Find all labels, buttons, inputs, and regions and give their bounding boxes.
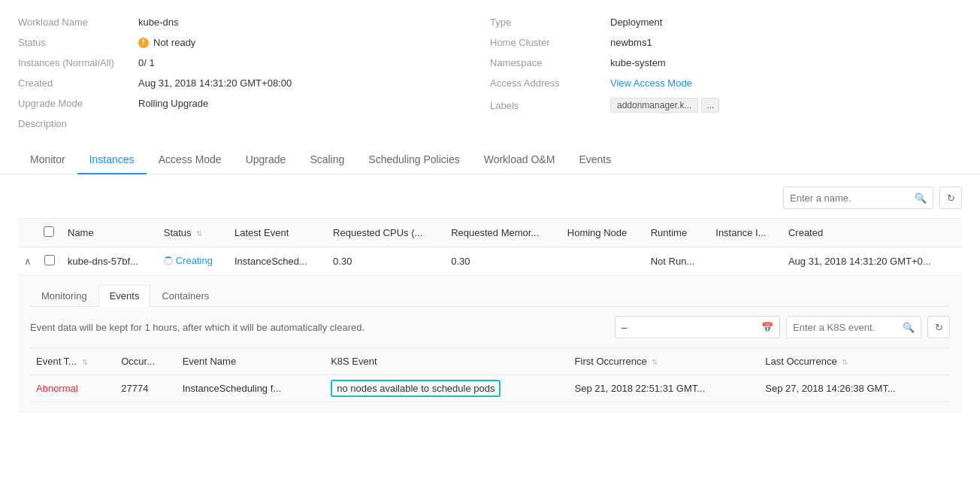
th-status[interactable]: Status ⇅ xyxy=(158,219,228,247)
date-range-picker[interactable]: – 📅 xyxy=(615,316,780,338)
cell-requested-memory: 0.30 xyxy=(445,247,561,276)
created-label: Created xyxy=(18,77,138,89)
eth-last-occurrence[interactable]: Last Occurrence ⇅ xyxy=(759,348,950,375)
content-area: 🔍 ↻ Name Status ⇅ Latest Event Requested… xyxy=(0,174,980,424)
sort-icon-status: ⇅ xyxy=(196,229,202,238)
status-row: Status ! Not ready xyxy=(18,32,490,53)
events-header-row: Event T... ⇅ Occur... Event Name K8S Eve… xyxy=(30,348,950,375)
refresh-button[interactable]: ↻ xyxy=(939,186,962,209)
th-latest-event: Latest Event xyxy=(228,219,327,247)
k8s-event-search-input[interactable] xyxy=(793,322,903,333)
sub-tab-monitoring[interactable]: Monitoring xyxy=(30,285,98,307)
ecell-first-occurrence: Sep 21, 2018 22:51:31 GMT... xyxy=(569,375,760,402)
table-header-row: Name Status ⇅ Latest Event Requested CPU… xyxy=(18,219,962,247)
th-requested-memory: Requested Memor... xyxy=(445,219,561,247)
expanded-row: Monitoring Events Containers Event data … xyxy=(18,276,962,412)
row-checkbox-cell xyxy=(38,247,62,276)
ecell-last-occurrence: Sep 27, 2018 14:26:38 GMT... xyxy=(759,375,950,402)
event-filter-text: Event data will be kept for 1 hours, aft… xyxy=(30,322,364,333)
type-value: Deployment xyxy=(610,17,662,28)
tab-monitor[interactable]: Monitor xyxy=(18,146,77,174)
expand-cell[interactable]: ∧ xyxy=(18,247,38,276)
expand-icon[interactable]: ∧ xyxy=(24,256,32,267)
event-row: Abnormal 27774 InstanceScheduling f... n… xyxy=(30,375,950,402)
th-instance-id: Instance I... xyxy=(709,219,782,247)
select-all-checkbox[interactable] xyxy=(44,226,54,237)
tab-upgrade[interactable]: Upgrade xyxy=(234,146,298,174)
cell-status: Creating xyxy=(158,247,228,276)
row-checkbox[interactable] xyxy=(44,255,55,265)
view-access-mode-link[interactable]: View Access Mode xyxy=(610,77,692,89)
tab-scaling[interactable]: Scaling xyxy=(298,146,356,174)
labels-row: Labels addonmanager.k... ... xyxy=(490,93,962,117)
info-section: Workload Name kube-dns Status ! Not read… xyxy=(0,0,980,140)
eth-event-type[interactable]: Event T... ⇅ xyxy=(30,348,115,375)
tab-scheduling-policies[interactable]: Scheduling Policies xyxy=(356,146,471,174)
k8s-search-wrap[interactable]: 🔍 xyxy=(786,316,921,338)
eth-event-name: Event Name xyxy=(177,348,325,375)
type-label: Type xyxy=(490,17,610,28)
cell-name: kube-dns-57bf... xyxy=(62,247,158,276)
calendar-icon: 📅 xyxy=(761,322,773,333)
events-table: Event T... ⇅ Occur... Event Name K8S Eve… xyxy=(30,347,950,402)
search-icon[interactable]: 🔍 xyxy=(915,192,927,204)
ecell-occurrences: 27774 xyxy=(115,375,176,402)
k8s-search-icon[interactable]: 🔍 xyxy=(903,322,915,333)
sort-icon-first-occurrence: ⇅ xyxy=(652,358,658,366)
th-requested-cpus: Requested CPUs (... xyxy=(327,219,445,247)
cell-created: Aug 31, 2018 14:31:20 GMT+0... xyxy=(782,247,962,276)
access-address-row: Access Address View Access Mode xyxy=(490,73,962,93)
tab-instances[interactable]: Instances xyxy=(77,146,147,174)
label-more-button[interactable]: ... xyxy=(701,98,719,113)
events-refresh-button[interactable]: ↻ xyxy=(927,316,950,338)
search-input[interactable] xyxy=(790,192,915,204)
labels-label: Labels xyxy=(490,100,610,111)
workload-name-value: kube-dns xyxy=(138,17,178,28)
eth-first-occurrence[interactable]: First Occurrence ⇅ xyxy=(569,348,760,375)
cell-requested-cpus: 0.30 xyxy=(327,247,445,276)
upgrade-label: Upgrade Mode xyxy=(18,98,138,109)
instances-label: Instances (Normal/All) xyxy=(18,57,138,68)
namespace-row: Namespace kube-system xyxy=(490,53,962,73)
home-cluster-value: newbms1 xyxy=(610,37,652,48)
namespace-label: Namespace xyxy=(490,57,610,68)
tabs-bar: Monitor Instances Access Mode Upgrade Sc… xyxy=(0,146,980,174)
event-filter-row: Event data will be kept for 1 hours, aft… xyxy=(30,316,950,338)
event-filter-right: – 📅 🔍 ↻ xyxy=(615,316,950,338)
cell-runtime: Not Run... xyxy=(645,247,710,276)
label-tag: addonmanager.k... xyxy=(610,98,698,113)
created-row: Created Aug 31, 2018 14:31:20 GMT+08:00 xyxy=(18,73,490,93)
namespace-value: kube-system xyxy=(610,57,666,68)
th-runtime: Runtime xyxy=(645,219,710,247)
home-cluster-label: Home Cluster xyxy=(490,37,610,48)
tab-workload-om[interactable]: Workload O&M xyxy=(472,146,567,174)
created-value: Aug 31, 2018 14:31:20 GMT+08:00 xyxy=(138,77,292,89)
event-type-abnormal: Abnormal xyxy=(36,383,78,394)
sub-tab-containers[interactable]: Containers xyxy=(150,285,220,307)
status-value: Not ready xyxy=(153,37,195,48)
tab-events[interactable]: Events xyxy=(567,146,623,174)
page: Workload Name kube-dns Status ! Not read… xyxy=(0,0,980,497)
date-range-value: – xyxy=(622,322,627,333)
upgrade-row: Upgrade Mode Rolling Upgrade xyxy=(18,93,490,114)
sort-icon-last-occurrence: ⇅ xyxy=(842,358,848,366)
sub-tab-events[interactable]: Events xyxy=(98,285,151,307)
instances-table: Name Status ⇅ Latest Event Requested CPU… xyxy=(18,218,962,412)
creating-status: Creating xyxy=(164,255,213,266)
cell-instance-id xyxy=(709,247,782,276)
tab-access-mode[interactable]: Access Mode xyxy=(147,146,234,174)
workload-name-label: Workload Name xyxy=(18,17,138,28)
description-label: Description xyxy=(18,118,138,129)
th-created: Created xyxy=(782,219,962,247)
table-toolbar: 🔍 ↻ xyxy=(18,186,962,209)
table-row: ∧ kube-dns-57bf... Creating InstanceSche… xyxy=(18,247,962,276)
checkbox-header xyxy=(38,219,62,247)
search-input-wrap[interactable]: 🔍 xyxy=(783,186,933,209)
info-left-col: Workload Name kube-dns Status ! Not read… xyxy=(18,12,490,134)
access-address-label: Access Address xyxy=(490,77,610,89)
expanded-cell: Monitoring Events Containers Event data … xyxy=(18,276,962,412)
th-homing-node: Homing Node xyxy=(561,219,645,247)
sub-tabs: Monitoring Events Containers xyxy=(30,285,950,307)
home-cluster-row: Home Cluster newbms1 xyxy=(490,32,962,53)
info-grid: Workload Name kube-dns Status ! Not read… xyxy=(18,12,962,134)
